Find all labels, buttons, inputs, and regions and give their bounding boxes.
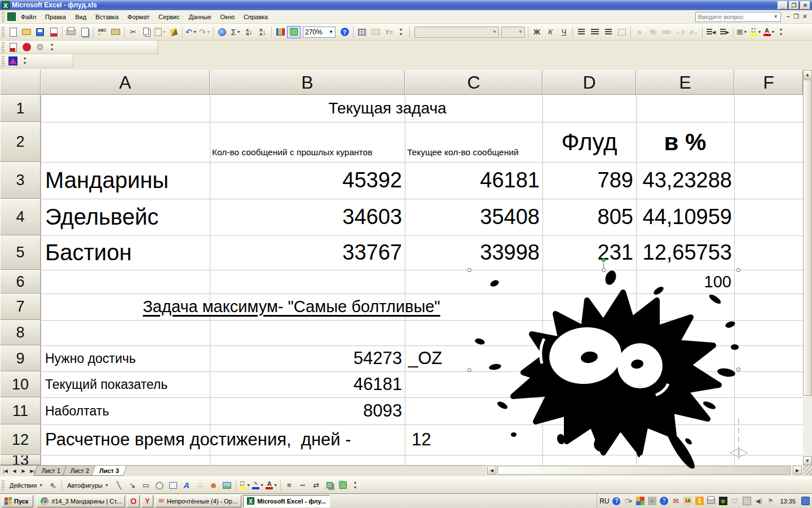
line-style-icon[interactable]: ≡ — [283, 479, 296, 492]
column-header-E[interactable]: E — [636, 70, 734, 95]
cell-D4[interactable]: 805 — [542, 199, 636, 235]
row-header-8[interactable]: 8 — [0, 320, 41, 345]
open-button[interactable] — [20, 26, 33, 38]
task-chrome[interactable]: #14_3 Мандарины | Ст... — [37, 495, 125, 507]
scroll-right-button[interactable]: ▶ — [793, 466, 802, 475]
cell-B2-header[interactable]: Кол-во сообщений с прошлых курантов — [210, 122, 405, 162]
close-button[interactable]: ✕ — [800, 1, 810, 10]
sort-descending-button[interactable]: ЯА↓ — [256, 26, 270, 38]
decrease-decimal-button[interactable]: ,0→ — [687, 26, 700, 38]
new-document-button[interactable] — [6, 26, 20, 38]
cell-C2-header[interactable]: Текущее кол-во сообщений — [405, 122, 542, 162]
start-button[interactable]: Пуск — [2, 495, 33, 507]
resize-handle-top-right[interactable] — [736, 268, 740, 272]
row-header-3[interactable]: 3 — [0, 162, 41, 199]
menu-file[interactable]: Файл — [16, 11, 41, 23]
column-header-F[interactable]: F — [734, 70, 803, 95]
menu-view[interactable]: Вид — [70, 11, 91, 23]
fill-color-button[interactable]: ⛶▼ — [749, 26, 762, 38]
insert-picture-icon[interactable] — [220, 479, 234, 492]
permission-button[interactable] — [47, 26, 60, 38]
usb-eject-icon[interactable]: ✓ — [647, 497, 656, 506]
font-name-select[interactable]: ▼ — [414, 27, 499, 38]
row-header-12[interactable]: 12 — [0, 424, 41, 455]
select-objects-arrow-icon[interactable]: ⇖ — [46, 479, 60, 492]
shadow-style-icon[interactable] — [323, 479, 337, 492]
draw-actions-menu[interactable]: Действия▼ — [6, 480, 46, 491]
autofilter-button[interactable]: Y= — [382, 26, 396, 38]
cell-A10-label[interactable]: Текущий показатель — [41, 371, 210, 397]
first-sheet-button[interactable]: |◀ — [1, 466, 10, 475]
ink-splat-picture[interactable] — [470, 265, 740, 468]
cell-A4[interactable]: Эдельвейс — [41, 199, 210, 235]
shield-tray-icon[interactable]: 🛡 — [730, 497, 739, 506]
rectangle-tool-icon[interactable]: ▭ — [139, 479, 153, 492]
nvidia-tray-icon[interactable]: ◉ — [718, 497, 727, 506]
update-balloon-icon[interactable]: ? — [659, 497, 668, 506]
addin-triangle-icon[interactable] — [6, 55, 20, 67]
restore-button[interactable]: ❐ — [789, 1, 799, 10]
arrow-tool-icon[interactable]: ↘ — [126, 479, 139, 492]
hidden-icons-chevron[interactable]: ❐▾ — [624, 497, 633, 506]
row-header-6[interactable]: 6 — [0, 270, 41, 294]
menu-data[interactable]: Данные — [184, 11, 216, 23]
resize-handle-mid-right[interactable] — [736, 367, 740, 371]
print-button[interactable] — [64, 26, 78, 38]
column-header-D[interactable]: D — [542, 70, 636, 95]
doc-minimize-button[interactable]: – — [787, 13, 790, 20]
comma-style-button[interactable]: 000 — [660, 26, 673, 38]
toolbar-grip[interactable] — [2, 12, 5, 22]
sheet-tab-3[interactable]: Лист 3 — [91, 466, 127, 476]
cell-B4[interactable]: 34603 — [210, 199, 405, 235]
cell-title-A1[interactable]: Текущая задача — [41, 95, 734, 122]
cell-E4[interactable]: 44,10959 — [636, 199, 734, 235]
cell-D3[interactable]: 789 — [542, 162, 636, 199]
clipart-icon[interactable]: ☻ — [207, 479, 220, 492]
cell-A11-label[interactable]: Наболтать — [41, 397, 210, 424]
redo-button[interactable]: ↷▼ — [198, 26, 211, 38]
flag-tray-icon[interactable]: ⚑ — [766, 497, 775, 506]
row-header-1[interactable]: 1 — [0, 95, 41, 122]
task-mail[interactable]: ✉ Непрочтённые (4) - Ор... — [155, 495, 241, 507]
merge-center-button[interactable] — [615, 26, 629, 38]
align-left-button[interactable] — [575, 26, 588, 38]
diagram-icon[interactable]: ∴ — [193, 479, 207, 492]
prev-sheet-button[interactable]: ◀ — [10, 466, 19, 475]
column-header-B[interactable]: B — [210, 70, 405, 95]
drawing-toggle-button[interactable] — [287, 26, 301, 38]
wordart-icon[interactable]: А — [180, 479, 193, 492]
messenger-16-icon[interactable]: 16 — [683, 497, 692, 506]
scroll-down-button[interactable]: ▼ — [803, 456, 812, 465]
line-tool-icon[interactable]: ╲ — [112, 479, 126, 492]
percent-style-button[interactable]: % — [646, 26, 660, 38]
column-header-A[interactable]: A — [41, 70, 210, 95]
cell-A3[interactable]: Мандарины — [41, 162, 210, 199]
font-color-button[interactable]: А▼ — [762, 26, 776, 38]
menu-window[interactable]: Окно — [216, 11, 240, 23]
currency-button[interactable]: ¤ — [633, 26, 646, 38]
resize-handle-top-center[interactable] — [602, 268, 606, 272]
task-yandex[interactable]: Y — [142, 495, 153, 507]
italic-button[interactable]: К — [544, 26, 557, 38]
cell-D5[interactable]: 231 — [542, 235, 636, 270]
mail-tray-icon[interactable]: ✉ — [671, 497, 680, 506]
print-preview-button[interactable] — [78, 26, 91, 38]
increase-decimal-button[interactable]: ←,0 — [673, 26, 687, 38]
select-all-corner[interactable] — [0, 70, 41, 95]
cell-B3[interactable]: 45392 — [210, 162, 405, 199]
pdf-addin-icon[interactable] — [6, 41, 20, 54]
align-center-button[interactable] — [588, 26, 602, 38]
toolbar-grip[interactable] — [2, 480, 5, 491]
autosum-button[interactable]: Σ▼ — [229, 26, 242, 38]
cell-E5[interactable]: 12,65753 — [636, 235, 734, 270]
row-header-9[interactable]: 9 — [0, 345, 41, 371]
toolbar-options-chevron[interactable]: ▾▾ — [396, 26, 406, 38]
cell-B9-value[interactable]: 54273 — [210, 345, 405, 371]
dash-style-icon[interactable]: ┅ — [296, 479, 310, 492]
toolbar-grip[interactable] — [2, 56, 5, 66]
row-header-13[interactable]: 13 — [0, 455, 41, 465]
row-header-7[interactable]: 7 — [0, 294, 41, 320]
printer-tray-icon[interactable] — [707, 497, 716, 506]
resize-handle-mid-left[interactable] — [467, 368, 471, 372]
show-desktop-icon[interactable] — [801, 497, 810, 506]
